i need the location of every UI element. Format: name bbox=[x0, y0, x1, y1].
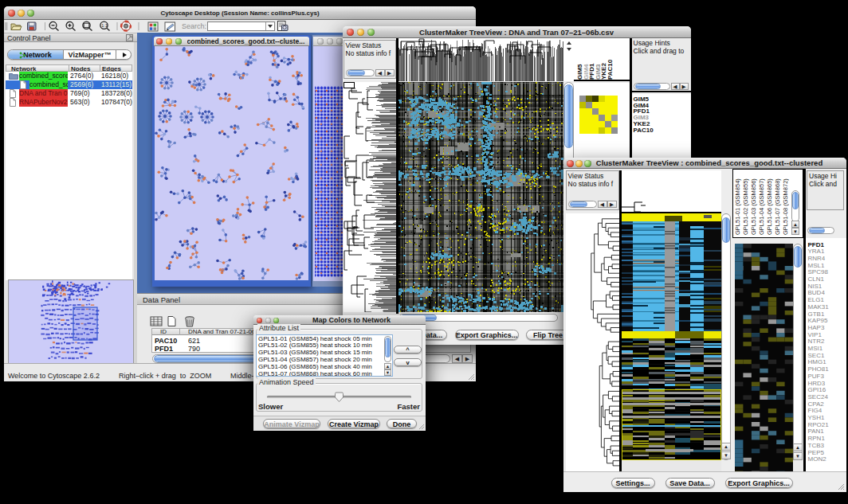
svg-text:GPL51-08 (GSM872): GPL51-08 (GSM872) bbox=[782, 178, 789, 234]
svg-text:PAC10: PAC10 bbox=[607, 59, 614, 80]
svg-text:GPL51-01 (GSM854): GPL51-01 (GSM854) bbox=[734, 178, 741, 234]
svg-text:GPL51-02 (GSM855): GPL51-02 (GSM855) bbox=[742, 178, 749, 234]
svg-text:GPL51-04 (GSM857): GPL51-04 (GSM857) bbox=[758, 178, 765, 234]
svg-text:GPL51-03 (GSM856): GPL51-03 (GSM856) bbox=[750, 178, 757, 234]
svg-text:GPL51-07 (GSM868): GPL51-07 (GSM868) bbox=[774, 178, 781, 234]
svg-text:GPL51-06 (GSM865): GPL51-06 (GSM865) bbox=[766, 178, 773, 234]
svg-text:1:1: 1:1 bbox=[101, 23, 108, 28]
